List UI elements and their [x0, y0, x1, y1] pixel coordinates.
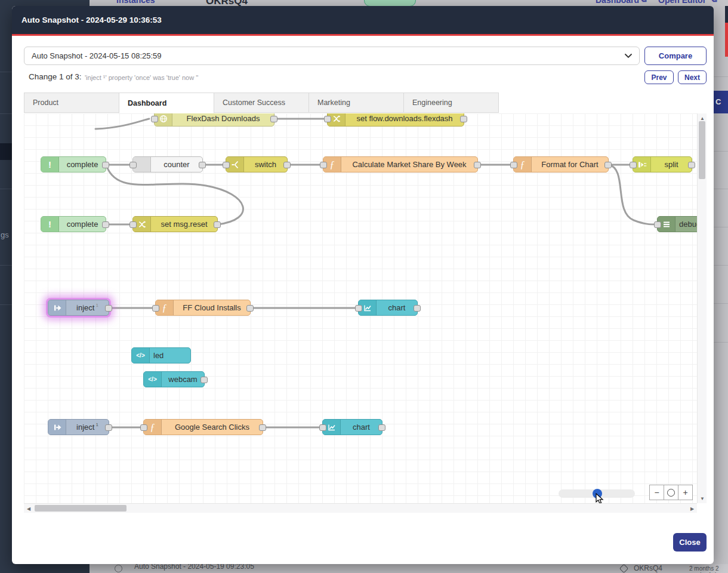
table-row-divider: [714, 227, 728, 227]
flow-node-function[interactable]: ƒ Google Search Clicks: [143, 419, 263, 435]
output-port: [200, 377, 208, 383]
nav-project-title: OKRsQ4: [206, 0, 248, 6]
output-port: [378, 424, 385, 431]
flow-node-chart[interactable]: chart: [322, 419, 382, 435]
tab-dashboard[interactable]: Dashboard: [119, 93, 214, 113]
sidebar-divider: [0, 189, 12, 189]
nav-open-editor-link[interactable]: Open Editor: [658, 0, 706, 5]
scroll-right-icon[interactable]: ▶: [687, 504, 697, 513]
code-icon: </>: [144, 372, 162, 387]
change-badge: 1: [95, 422, 98, 427]
flow-node-http-request[interactable]: FlexDash Downloads: [154, 113, 274, 127]
snapshot-list-footer: Auto Snapshot - 2024-05-19 09:23:05 OKRs…: [90, 564, 728, 573]
table-row-divider: [714, 151, 728, 152]
tab-product[interactable]: Product: [24, 93, 119, 113]
flow-node-split[interactable]: split: [633, 156, 692, 172]
input-port: [152, 305, 159, 312]
tab-engineering[interactable]: Engineering: [403, 93, 499, 113]
node-label: set flow.downloads.flexdash: [346, 113, 464, 126]
input-port: [654, 221, 661, 228]
scroll-left-icon[interactable]: ◀: [24, 504, 33, 513]
node-label: set msg.reset: [151, 217, 217, 232]
vertical-scrollbar-thumb[interactable]: [699, 121, 705, 179]
node-label: Calculate Market Share By Week: [341, 157, 477, 172]
node-label: inject1: [66, 420, 109, 435]
prev-button[interactable]: Prev: [644, 70, 674, 84]
project-icon: [619, 564, 629, 573]
change-badge: 1: [95, 303, 98, 308]
flow-node-function[interactable]: ƒ Calculate Market Share By Week: [323, 156, 478, 172]
input-port: [630, 162, 637, 168]
exclamation-icon: !: [41, 157, 59, 172]
input-port: [129, 221, 137, 228]
sidebar-divider: [0, 304, 12, 305]
flow-node-change[interactable]: set msg.reset: [132, 216, 218, 232]
snapshot-row-label: Auto Snapshot - 2024-05-19 09:23:05: [134, 564, 254, 571]
output-port: [283, 162, 291, 168]
app-top-nav: Instances OKRsQ4 Dashboard ⧉ Open Editor…: [90, 0, 728, 6]
flow-node-inject[interactable]: inject1: [48, 419, 109, 435]
flow-node-inject-changed[interactable]: inject1: [48, 300, 109, 316]
dialog-title: Auto Snapshot - 2024-05-29 10:36:53: [21, 16, 162, 24]
flow-node-function[interactable]: ƒ FF Cloud Installs: [155, 300, 251, 316]
input-port: [320, 162, 327, 168]
node-label: FF Cloud Installs: [174, 300, 250, 315]
tab-marketing[interactable]: Marketing: [309, 93, 404, 113]
output-port: [214, 221, 221, 228]
zoom-reset-icon: [667, 489, 675, 497]
nav-instances-link[interactable]: Instances: [116, 0, 155, 5]
input-port: [324, 116, 331, 122]
scroll-down-icon[interactable]: ▼: [698, 494, 707, 503]
horizontal-scrollbar-thumb[interactable]: [35, 505, 127, 512]
dialog-header: Auto Snapshot - 2024-05-29 10:36:53: [12, 6, 714, 36]
output-port: [102, 162, 109, 168]
node-label: Google Search Clicks: [162, 420, 263, 435]
flow-node-webcam[interactable]: </> webcam: [143, 371, 205, 387]
external-link-icon: ⧉: [712, 0, 717, 4]
next-button[interactable]: Next: [678, 70, 707, 84]
chevron-down-icon: [625, 54, 632, 58]
node-label: webcam: [162, 372, 204, 387]
flow-node-counter[interactable]: counter: [132, 156, 203, 172]
flow-node-change[interactable]: set flow.downloads.flexdash: [327, 113, 464, 127]
zoom-in-button[interactable]: +: [678, 485, 692, 500]
flow-viewport: FlexDash Downloads set flow.downloads.fl…: [24, 113, 707, 513]
zoom-out-button[interactable]: −: [650, 485, 664, 500]
horizontal-scrollbar[interactable]: ◀ ▶: [24, 503, 697, 513]
table-row-divider: [714, 189, 728, 189]
output-port: [105, 424, 112, 431]
flow-node-switch[interactable]: switch: [226, 156, 288, 172]
table-badge: C: [714, 91, 728, 113]
flow-node-complete[interactable]: ! complete: [41, 156, 106, 172]
input-port: [510, 162, 517, 168]
flow-node-debug[interactable]: debug: [657, 216, 697, 232]
flow-node-chart[interactable]: chart: [358, 300, 418, 316]
nav-dashboard-link[interactable]: Dashboard: [596, 0, 639, 5]
table-row-divider: [714, 76, 728, 77]
output-port: [604, 162, 612, 168]
snapshot-select-value: Auto Snapshot - 2024-05-15 08:25:59: [32, 51, 162, 60]
flow-node-complete[interactable]: ! complete: [41, 216, 106, 232]
input-port: [319, 424, 326, 431]
vertical-scrollbar[interactable]: ▲ ▼: [697, 113, 707, 503]
output-port: [460, 116, 467, 122]
flow-node-led[interactable]: </> led: [131, 347, 191, 363]
flow-node-function[interactable]: ƒ Format for Chart: [513, 156, 609, 172]
input-port: [140, 424, 147, 431]
table-row-divider: [714, 265, 728, 266]
input-port: [129, 162, 137, 168]
change-detail-text: 'inject ¹' property 'once' was 'true' no…: [85, 74, 198, 81]
exclamation-icon: !: [41, 217, 59, 232]
output-port: [259, 424, 266, 431]
node-label: inject1: [66, 300, 109, 315]
close-button[interactable]: Close: [673, 533, 707, 552]
flow-canvas[interactable]: FlexDash Downloads set flow.downloads.fl…: [24, 113, 697, 503]
snapshot-select[interactable]: Auto Snapshot - 2024-05-15 08:25:59: [24, 47, 640, 65]
snapshot-compare-dialog: Auto Snapshot - 2024-05-29 10:36:53 Auto…: [12, 6, 714, 564]
node-label: switch: [244, 157, 287, 172]
tab-customer-success[interactable]: Customer Success: [214, 93, 309, 113]
compare-button[interactable]: Compare: [644, 47, 707, 65]
node-label: chart: [377, 300, 417, 315]
zoom-reset-button[interactable]: [664, 485, 678, 500]
input-port: [355, 305, 362, 312]
